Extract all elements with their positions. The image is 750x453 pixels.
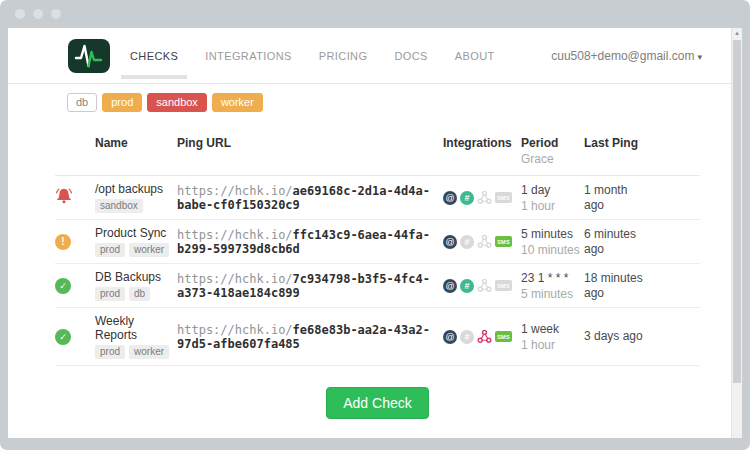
checks-table: Name Ping URL Integrations Period Grace …	[55, 128, 700, 366]
check-last-ping: 6 minutes ago	[584, 227, 648, 257]
window-dot	[51, 9, 61, 19]
col-grace: Grace	[521, 150, 584, 166]
tag-filters: dbprodsandboxworker	[67, 93, 700, 112]
check-name[interactable]: Product Sync	[95, 226, 169, 240]
scrollbar[interactable]: ▲	[731, 28, 742, 438]
integration-icons: @ # SMS	[443, 234, 521, 249]
check-tags: sandbox	[95, 199, 177, 213]
nav-item-integrations[interactable]: INTEGRATIONS	[205, 40, 292, 72]
check-name[interactable]: /opt backups	[95, 182, 169, 196]
browser-window: CHECKSINTEGRATIONSPRICINGDOCSABOUT cuu50…	[0, 0, 750, 450]
nav-item-docs[interactable]: DOCS	[394, 40, 427, 72]
check-tags: prodworker	[95, 345, 177, 359]
check-tag: worker	[129, 345, 169, 359]
check-period: 5 minutes	[521, 227, 584, 241]
email-icon: @	[443, 279, 457, 293]
integration-icons: @ # SMS	[443, 190, 521, 205]
check-tag: prod	[95, 243, 125, 257]
col-ping-url: Ping URL	[177, 128, 443, 176]
check-row: ! ✓ Product Sync prodworker https://hchk…	[55, 220, 700, 264]
table-header-row: Name Ping URL Integrations Period Grace …	[55, 128, 700, 176]
check-row: ! ✓ DB Backups proddb https://hchk.io/7c…	[55, 264, 700, 308]
check-last-ping: 3 days ago	[584, 329, 648, 344]
window-dot	[15, 9, 25, 19]
slack-icon: #	[460, 279, 474, 293]
nav-item-checks[interactable]: CHECKS	[130, 40, 178, 72]
slack-icon: #	[460, 191, 474, 205]
window-dot	[33, 9, 43, 19]
integration-icons: @ # SMS	[443, 278, 521, 293]
scrollbar-thumb[interactable]	[733, 40, 741, 383]
integration-icons: @ # SMS	[443, 329, 521, 344]
ping-url: https://hchk.io/fe68e83b-aa2a-43a2-97d5-…	[177, 308, 443, 366]
ping-url-prefix: https://hchk.io/	[177, 323, 293, 337]
sms-icon: SMS	[495, 280, 512, 291]
caret-down-icon: ▾	[697, 52, 702, 62]
sms-icon: SMS	[495, 192, 512, 203]
tag-filter-worker[interactable]: worker	[212, 93, 263, 112]
check-period: 1 week	[521, 322, 584, 336]
status-up-icon: ✓	[55, 329, 71, 345]
tag-filter-prod[interactable]: prod	[102, 93, 142, 112]
page-viewport: CHECKSINTEGRATIONSPRICINGDOCSABOUT cuu50…	[8, 28, 742, 438]
account-email: cuu508+demo@gmail.com	[551, 49, 694, 63]
slack-icon: #	[460, 330, 474, 344]
ping-url-prefix: https://hchk.io/	[177, 184, 293, 198]
check-tags: proddb	[95, 287, 177, 301]
scroll-up-icon[interactable]: ▲	[732, 28, 742, 39]
sms-icon: SMS	[495, 331, 512, 342]
check-period: 23 1 * * *	[521, 271, 584, 285]
check-grace: 5 minutes	[521, 287, 584, 301]
status-late-icon: !	[55, 234, 71, 250]
webhook-icon	[477, 190, 492, 205]
email-icon: @	[443, 191, 457, 205]
check-row: ! ✓ Weekly Reports prodworker https://hc…	[55, 308, 700, 366]
healthchecks-logo[interactable]	[68, 39, 110, 73]
check-tag: db	[129, 287, 150, 301]
ping-url-prefix: https://hchk.io/	[177, 272, 293, 286]
webhook-icon	[477, 278, 492, 293]
webhook-icon	[477, 329, 492, 344]
ping-url-prefix: https://hchk.io/	[177, 228, 293, 242]
slack-icon: #	[460, 235, 474, 249]
heartbeat-icon	[72, 42, 106, 70]
ping-url: https://hchk.io/ae69168c-2d1a-4d4a-babe-…	[177, 176, 443, 220]
check-grace: 1 hour	[521, 338, 584, 352]
check-tag: prod	[95, 287, 125, 301]
status-up-icon: ✓	[55, 278, 71, 294]
webhook-icon	[477, 234, 492, 249]
email-icon: @	[443, 330, 457, 344]
nav-item-about[interactable]: ABOUT	[455, 40, 495, 72]
ping-url: https://hchk.io/ffc143c9-6aea-44fa-b299-…	[177, 220, 443, 264]
check-last-ping: 18 minutes ago	[584, 271, 648, 301]
tag-filter-sandbox[interactable]: sandbox	[147, 93, 207, 112]
check-period: 1 day	[521, 183, 584, 197]
check-name[interactable]: Weekly Reports	[95, 314, 169, 342]
ping-url: https://hchk.io/7c934798-b3f5-4fc4-a373-…	[177, 264, 443, 308]
check-tag: sandbox	[95, 199, 143, 213]
tag-filter-db[interactable]: db	[67, 93, 97, 112]
col-name: Name	[95, 128, 177, 176]
email-icon: @	[443, 235, 457, 249]
account-menu[interactable]: cuu508+demo@gmail.com▾	[551, 49, 702, 63]
status-down-icon	[55, 187, 73, 205]
check-tags: prodworker	[95, 243, 177, 257]
app-header: CHECKSINTEGRATIONSPRICINGDOCSABOUT cuu50…	[8, 28, 732, 84]
check-grace: 10 minutes	[521, 243, 584, 257]
sms-icon: SMS	[495, 236, 512, 247]
col-period: Period Grace	[521, 128, 584, 176]
col-last-ping: Last Ping	[584, 128, 700, 176]
check-tag: prod	[95, 345, 125, 359]
checks-page: dbprodsandboxworker Name Ping URL Integr…	[8, 84, 742, 419]
check-tag: worker	[129, 243, 169, 257]
check-grace: 1 hour	[521, 199, 584, 213]
check-last-ping: 1 month ago	[584, 183, 648, 213]
check-name[interactable]: DB Backups	[95, 270, 169, 284]
window-titlebar	[0, 0, 750, 28]
check-row: ! ✓ /opt backups sandbox https://hchk.io…	[55, 176, 700, 220]
col-integrations: Integrations	[443, 128, 521, 176]
add-check-button[interactable]: Add Check	[326, 387, 428, 419]
main-nav: CHECKSINTEGRATIONSPRICINGDOCSABOUT	[130, 40, 495, 72]
nav-item-pricing[interactable]: PRICING	[319, 40, 368, 72]
